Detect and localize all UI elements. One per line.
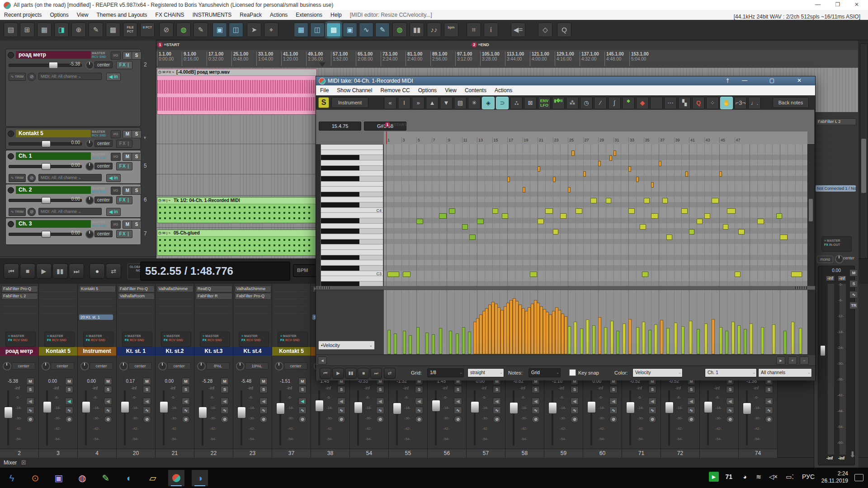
explorer-button[interactable]: ▱ [145,470,161,486]
project-settings-icon[interactable]: ▦ [37,23,52,37]
velocity-bar[interactable] [719,327,722,354]
strip-number[interactable]: 37 [272,449,311,458]
pan-value[interactable]: center [167,362,191,370]
velocity-bar[interactable] [750,324,753,354]
solo-button[interactable]: S [493,386,501,393]
velocity-bar[interactable] [387,330,391,354]
fx-button[interactable]: FX | [116,140,132,148]
solo-button[interactable]: S [532,386,540,393]
mute-button[interactable]: M [182,378,190,385]
fx-slot-empty[interactable] [1,300,37,306]
strip-name[interactable]: Kt. st. 1 [117,347,155,356]
record-arm-button[interactable] [8,153,14,160]
midi-note[interactable] [738,229,745,235]
menu-item-0[interactable]: Recent projects [0,10,46,20]
master-∿-button[interactable]: ∿ [849,291,858,298]
env-lfo-icon[interactable]: ENV LFO [538,97,551,109]
master-m-button[interactable]: M [849,269,858,277]
volume-fader[interactable] [318,390,320,446]
curve-tool-icon[interactable]: ∫ [608,97,621,109]
volume-fader[interactable] [85,390,87,446]
midi-note[interactable] [462,224,468,230]
mute-button[interactable]: M [259,378,268,385]
midi-note[interactable] [651,182,654,188]
piano-key[interactable] [321,213,383,218]
strip-name[interactable]: Kt. st.2 [156,347,194,356]
fx-slot-empty[interactable] [235,307,270,314]
volume-fader[interactable] [629,390,631,446]
velocity-bar[interactable] [660,320,663,354]
midi-note[interactable] [530,272,537,277]
piano-key[interactable] [321,239,383,245]
open-project-icon[interactable]: ⊞ [20,23,34,37]
velocity-bar[interactable] [744,329,747,354]
menu-item-3[interactable]: Themes and Layouts [93,10,151,20]
piano-key[interactable] [321,150,383,155]
velocity-lane[interactable] [384,290,807,354]
piano-key[interactable]: C4 [321,208,383,213]
save-icon[interactable]: ▤ [4,23,18,37]
wave-pencil-icon[interactable]: ✎ [375,23,390,37]
colorize-icon[interactable]: ✳ [468,97,481,109]
piano-keys[interactable]: C4C3 [321,144,383,287]
midi-note[interactable] [576,208,582,214]
piano-key[interactable] [321,192,383,197]
solo-button[interactable]: S [221,386,229,393]
routing-badge[interactable]: ≡ MASTERFX RCV·SND [200,332,230,347]
strip-number[interactable]: 56 [428,449,466,458]
dotted-note-icon[interactable]: ♩. [748,97,761,109]
start-button[interactable]: ϟ [4,470,20,486]
grid-select[interactable]: 1/8⌄ [427,368,464,377]
midi-pause-button[interactable]: ▮▮ [345,368,357,379]
solo-button[interactable]: S [65,386,73,393]
volume-fader-handle[interactable] [42,141,51,147]
flash-app-button[interactable]: ◐ [121,470,137,486]
pan-value[interactable]: center [94,197,113,203]
strip-number[interactable]: 58 [505,449,544,458]
pan-knob[interactable] [236,362,245,371]
transport-next-button[interactable]: ⏭ [69,263,84,279]
midi-loop-button[interactable]: ⇄ [384,368,396,379]
fx-slot-empty[interactable] [79,293,114,299]
strip-name[interactable]: Kt. st.4 [233,347,272,356]
midi-ruler[interactable]: 1357911131517192123252729313335373941434… [384,131,807,145]
velocity-bar[interactable] [403,331,406,354]
volume-fader-handle[interactable] [42,197,51,204]
solo-button[interactable]: S [415,386,423,393]
battery-icon[interactable]: ▭⁚ [786,473,794,480]
midi-note[interactable] [538,166,540,172]
velocity-bar[interactable] [580,328,583,354]
trim-button[interactable]: ∿ TRIM [9,208,26,216]
midi-note[interactable] [666,235,673,240]
display-app-button[interactable]: ▣ [51,470,67,486]
send-slot[interactable]: 20:Kt. st. 1 [79,314,113,320]
fx-slot[interactable]: ReaEQ [196,286,232,292]
fx-slot-empty[interactable] [235,300,270,306]
volume-fader-handle[interactable] [315,400,324,412]
piano-key[interactable] [321,160,383,166]
midi-close-button[interactable]: ✕ [797,77,802,84]
fx-slot-empty[interactable] [274,307,309,314]
key-snap-checkbox[interactable] [569,369,576,376]
midi-note[interactable] [628,166,631,172]
strip-number[interactable]: 72 [661,449,699,458]
solo-button[interactable]: S [132,153,142,161]
piano-key[interactable] [321,234,383,239]
strip-number[interactable]: 74 [739,449,777,458]
velocity-bar[interactable] [725,331,728,354]
solo-button[interactable]: S [609,386,618,393]
mute-button[interactable]: M [123,52,132,60]
quantize-icon[interactable]: Q [692,97,705,109]
strip-number[interactable]: 22 [194,449,233,458]
volume-fader-handle[interactable] [626,402,635,413]
pan-knob[interactable] [42,362,50,371]
fx-slot-empty[interactable] [40,300,75,306]
transport-prev-button[interactable]: ⏮ [4,263,19,279]
pan-knob[interactable] [85,140,94,148]
volume-fader[interactable] [435,390,437,446]
lock-icon[interactable]: ⊠ [524,97,537,109]
volume-fader-handle[interactable] [43,401,52,413]
nav-right-icon[interactable]: » [412,97,425,109]
pan-value[interactable]: center [284,362,307,370]
mixer-strip-37[interactable]: ≡ MASTERFX RCV·SNDKontakt 5center-1.51-i… [272,284,311,457]
